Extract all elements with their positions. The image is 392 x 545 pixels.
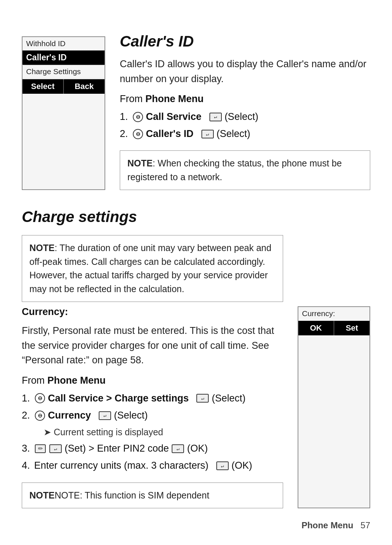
step-2-bold: Caller's ID	[146, 126, 193, 142]
charge-menu-icon-2: ⊖	[35, 411, 45, 421]
step-num-1: 1.	[120, 109, 130, 125]
callers-id-note: NOTE: When checking the status, the phon…	[120, 150, 370, 190]
charge-text: Charge settings NOTE: The duration of on…	[22, 208, 283, 508]
note-bold: NOTE	[127, 158, 152, 168]
phone-menu-label: Phone Menu	[146, 93, 204, 104]
charge-step-num-4: 4.	[22, 458, 32, 473]
menu-icon-2: ⊖	[133, 129, 143, 139]
charge-settings-title: Charge settings	[22, 208, 283, 226]
select-icon-1: ↵	[209, 113, 222, 121]
currency-desc: Firstly, Personal rate must be entered. …	[22, 323, 283, 368]
charge-btn-icon-3: ↵	[49, 444, 62, 453]
menu-icon-1: ⊖	[133, 112, 143, 122]
charge-select-icon-1: ↵	[196, 394, 209, 403]
charge-step-num-3: 3.	[22, 441, 32, 456]
charge-steps: 1. ⊖ Call Service > Charge settings ↵ (S…	[22, 391, 283, 475]
charge-step-num-1: 1.	[22, 391, 32, 406]
charge-select-icon-2: ↵	[99, 411, 111, 420]
charge-note-text: : The duration of one unit may vary betw…	[29, 243, 271, 294]
footer-menu-label: Phone Menu	[302, 520, 354, 530]
page: Withhold ID Caller's ID Charge Settings …	[0, 0, 392, 545]
from-text2: From	[22, 375, 48, 386]
softkey2-set[interactable]: Set	[334, 321, 369, 335]
softkeys2-row: OK Set	[298, 321, 369, 335]
mockup-item-currency: Currency:	[298, 307, 369, 320]
callers-id-title: Caller's ID	[120, 33, 370, 50]
charge-step-2-bold: Currency	[48, 408, 91, 423]
page-footer: Phone Menu 57	[0, 520, 392, 530]
charge-note2-bold: NOTE	[29, 490, 54, 500]
charge-step-num-2: 2.	[22, 408, 32, 423]
charge-step-2: 2. ⊖ Currency ↵ (Select)	[22, 408, 283, 423]
indent-arrow: ➤ Current setting is displayed	[44, 425, 163, 439]
footer-page-number: 57	[360, 520, 370, 530]
mockup-item-charge-settings: Charge Settings	[23, 65, 105, 78]
charge-step-3: 3. ✏ ↵ (Set) > Enter PIN2 code ↵ (OK)	[22, 441, 283, 456]
charge-step-1-suffix: (Select)	[212, 391, 245, 406]
step-2: 2. ⊖ Caller's ID ↵ (Select)	[120, 126, 370, 142]
step-1-bold: Call Service	[146, 109, 201, 125]
mockup-item-callers-id: Caller's ID	[23, 51, 105, 65]
note-text: : When checking the status, the phone mu…	[127, 158, 342, 182]
callers-id-desc: Caller's ID allows you to display the Ca…	[120, 57, 370, 86]
softkeys-row: Select Back	[23, 79, 105, 94]
softkey2-ok[interactable]: OK	[298, 321, 334, 335]
charge-note2: NOTENOTE: This function is SIM dependent	[22, 483, 283, 509]
charge-step-1: 1. ⊖ Call Service > Charge settings ↵ (S…	[22, 391, 283, 406]
charge-ok-icon-3: ↵	[172, 444, 184, 453]
callers-id-from: From Phone Menu	[120, 93, 370, 105]
charge-note-box: NOTE: The duration of one unit may vary …	[22, 235, 283, 302]
charge-step-4-text: Enter currency units (max. 3 characters)	[34, 458, 208, 473]
charge-step-2-suffix: (Select)	[114, 408, 148, 423]
from-text: From	[120, 93, 146, 104]
charge-settings-section: Charge settings NOTE: The duration of on…	[0, 201, 392, 516]
charge-step-indent: ➤ Current setting is displayed	[22, 425, 283, 439]
charge-step-3-text: (Set) > Enter PIN2 code	[65, 441, 169, 456]
charge-ok-icon-4: ↵	[216, 461, 229, 470]
step-1-suffix: (Select)	[225, 109, 258, 125]
charge-note-bold: NOTE	[29, 243, 54, 253]
select-icon-2: ↵	[201, 130, 214, 138]
callers-id-text: Caller's ID Caller's ID allows you to di…	[120, 33, 370, 190]
charge-from: From Phone Menu	[22, 375, 283, 386]
step-num-2: 2.	[120, 126, 130, 142]
softkey-back[interactable]: Back	[63, 79, 105, 94]
callers-id-section: Withhold ID Caller's ID Charge Settings …	[0, 22, 392, 201]
phone-mockup-callers-id: Withhold ID Caller's ID Charge Settings …	[22, 36, 105, 190]
step-2-suffix: (Select)	[217, 126, 250, 142]
mockup-item-withhold-id: Withhold ID	[23, 37, 105, 51]
charge-note2-text: NOTE: This function is SIM dependent	[54, 490, 209, 500]
callers-id-steps: 1. ⊖ Call Service ↵ (Select) 2. ⊖ Caller…	[120, 109, 370, 143]
charge-menu-icon-1: ⊖	[35, 393, 45, 403]
softkey-select[interactable]: Select	[23, 79, 63, 94]
charge-step-1-bold: Call Service > Charge settings	[48, 391, 189, 406]
charge-step-3-suffix: (OK)	[187, 441, 208, 456]
charge-step-4: 4. Enter currency units (max. 3 characte…	[22, 458, 283, 473]
phone-mockup-currency: Currency: OK Set	[298, 306, 370, 508]
pen-icon: ✏	[35, 444, 46, 453]
step-1: 1. ⊖ Call Service ↵ (Select)	[120, 109, 370, 125]
currency-label: Currency:	[22, 306, 283, 318]
phone-menu-label2: Phone Menu	[48, 375, 106, 386]
charge-step-4-suffix: (OK)	[232, 458, 252, 473]
